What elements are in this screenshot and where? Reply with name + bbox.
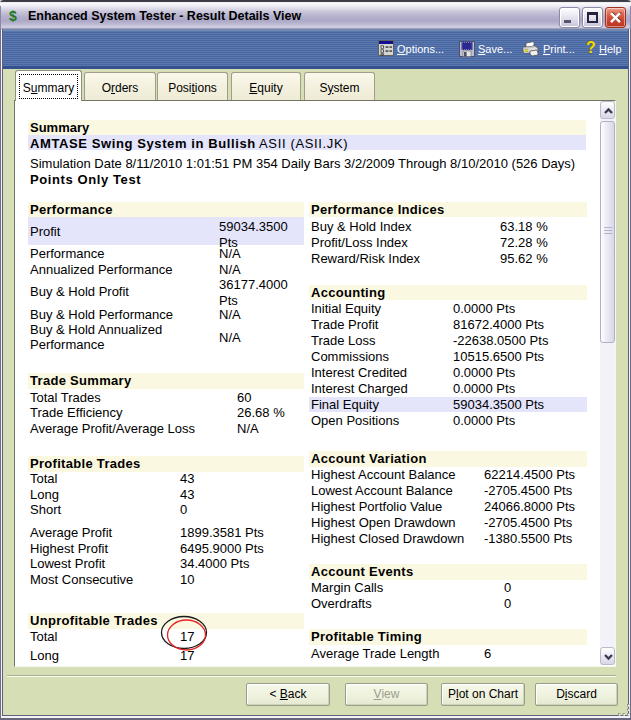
svg-text:?: ? <box>586 39 596 56</box>
